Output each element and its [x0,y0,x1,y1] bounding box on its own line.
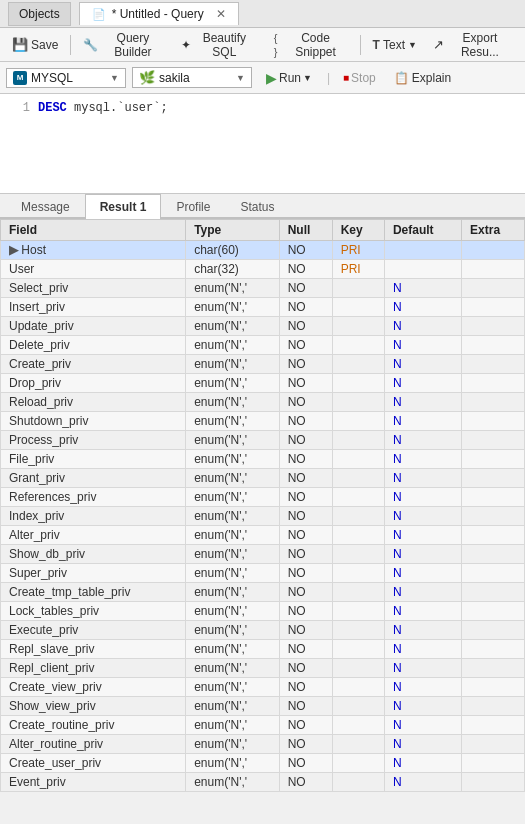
table-row[interactable]: Create_privenum('N','NON [1,355,525,374]
run-button[interactable]: ▶ Run ▼ [258,67,320,89]
table-row[interactable]: Create_user_privenum('N','NON [1,754,525,773]
table-row[interactable]: Userchar(32)NOPRI [1,260,525,279]
row-extra-cell [462,716,525,735]
table-row[interactable]: Repl_client_privenum('N','NON [1,659,525,678]
close-icon[interactable]: ✕ [216,7,226,21]
table-row[interactable]: Create_view_privenum('N','NON [1,678,525,697]
table-row[interactable]: Index_privenum('N','NON [1,507,525,526]
row-key-cell [332,583,384,602]
row-type-cell: enum('N',' [186,317,279,336]
query-tab[interactable]: 📄 * Untitled - Query ✕ [79,2,239,25]
row-default-cell: N [384,659,461,678]
stop-button[interactable]: ■ Stop [337,68,382,88]
table-row[interactable]: Insert_privenum('N','NON [1,298,525,317]
text-icon [373,38,380,52]
objects-tab[interactable]: Objects [8,2,71,26]
row-key-cell [332,374,384,393]
table-row[interactable]: File_privenum('N','NON [1,450,525,469]
row-null-cell: NO [279,412,332,431]
row-field-cell: Super_priv [1,564,186,583]
row-key-cell: PRI [332,241,384,260]
row-type-cell: enum('N',' [186,602,279,621]
row-type-cell: enum('N',' [186,621,279,640]
row-field-cell: References_priv [1,488,186,507]
row-key-cell [332,621,384,640]
table-row[interactable]: Grant_privenum('N','NON [1,469,525,488]
query-builder-label: Query Builder [101,31,164,59]
query-builder-button[interactable]: Query Builder [77,28,170,62]
col-header-field: Field [1,220,186,241]
schema-label: sakila [159,71,190,85]
beautify-sql-button[interactable]: Beautify SQL [175,28,262,62]
row-null-cell: NO [279,507,332,526]
default-value: N [393,452,402,466]
row-key-cell [332,355,384,374]
row-default-cell: N [384,507,461,526]
row-key-cell [332,488,384,507]
export-result-button[interactable]: Export Resu... [427,28,519,62]
row-type-cell: enum('N',' [186,393,279,412]
row-default-cell: N [384,298,461,317]
schema-icon: 🌿 [139,70,155,85]
row-field-cell: Repl_client_priv [1,659,186,678]
table-row[interactable]: Super_privenum('N','NON [1,564,525,583]
table-row[interactable]: Show_view_privenum('N','NON [1,697,525,716]
result-tabs: Message Result 1 Profile Status [0,194,525,219]
table-row[interactable]: Lock_tables_privenum('N','NON [1,602,525,621]
tab-profile[interactable]: Profile [161,194,225,219]
table-row[interactable]: Shutdown_privenum('N','NON [1,412,525,431]
row-extra-cell [462,317,525,336]
save-button[interactable]: Save [6,34,64,55]
table-row[interactable]: Create_routine_privenum('N','NON [1,716,525,735]
row-type-cell: enum('N',' [186,697,279,716]
sql-keyword-desc: DESC [38,101,67,115]
row-field-cell: Create_view_priv [1,678,186,697]
row-extra-cell [462,279,525,298]
schema-select[interactable]: 🌿 sakila ▼ [132,67,252,88]
row-field-cell: Lock_tables_priv [1,602,186,621]
row-default-cell: N [384,697,461,716]
row-field-cell: Create_priv [1,355,186,374]
row-null-cell: NO [279,545,332,564]
text-button[interactable]: Text ▼ [367,35,423,55]
row-type-cell: char(60) [186,241,279,260]
table-row[interactable]: References_privenum('N','NON [1,488,525,507]
row-field-cell: Reload_priv [1,393,186,412]
table-row[interactable]: Alter_privenum('N','NON [1,526,525,545]
mysql-icon: M [13,71,27,85]
table-row[interactable]: Repl_slave_privenum('N','NON [1,640,525,659]
table-row[interactable]: Drop_privenum('N','NON [1,374,525,393]
row-key-cell [332,526,384,545]
tab-message[interactable]: Message [6,194,85,219]
table-row[interactable]: Select_privenum('N','NON [1,279,525,298]
table-row[interactable]: Process_privenum('N','NON [1,431,525,450]
sql-content[interactable]: DESC mysql.`user`; [38,101,168,115]
table-row[interactable]: Event_privenum('N','NON [1,773,525,792]
table-row[interactable]: Alter_routine_privenum('N','NON [1,735,525,754]
table-row[interactable]: Delete_privenum('N','NON [1,336,525,355]
table-header-row: Field Type Null Key Default Extra [1,220,525,241]
table-row[interactable]: Show_db_privenum('N','NON [1,545,525,564]
table-row[interactable]: Execute_privenum('N','NON [1,621,525,640]
code-snippet-label: Code Snippet [283,31,347,59]
tab-result1[interactable]: Result 1 [85,194,162,219]
result-table: Field Type Null Key Default Extra ▶ Host… [0,219,525,792]
explain-label: Explain [412,71,451,85]
row-null-cell: NO [279,735,332,754]
explain-button[interactable]: 📋 Explain [388,68,457,88]
sql-editor[interactable]: 1 DESC mysql.`user`; [0,94,525,194]
row-type-cell: enum('N',' [186,431,279,450]
db-type-select[interactable]: M MYSQL ▼ [6,68,126,88]
code-snippet-button[interactable]: Code Snippet [265,28,354,62]
table-row[interactable]: Reload_privenum('N','NON [1,393,525,412]
row-field-cell: Create_user_priv [1,754,186,773]
row-key-cell [332,469,384,488]
table-row[interactable]: Update_privenum('N','NON [1,317,525,336]
row-extra-cell [462,564,525,583]
default-value: N [393,699,402,713]
row-extra-cell [462,754,525,773]
table-row[interactable]: ▶ Hostchar(60)NOPRI [1,241,525,260]
table-row[interactable]: Create_tmp_table_privenum('N','NON [1,583,525,602]
row-null-cell: NO [279,488,332,507]
tab-status[interactable]: Status [225,194,289,219]
